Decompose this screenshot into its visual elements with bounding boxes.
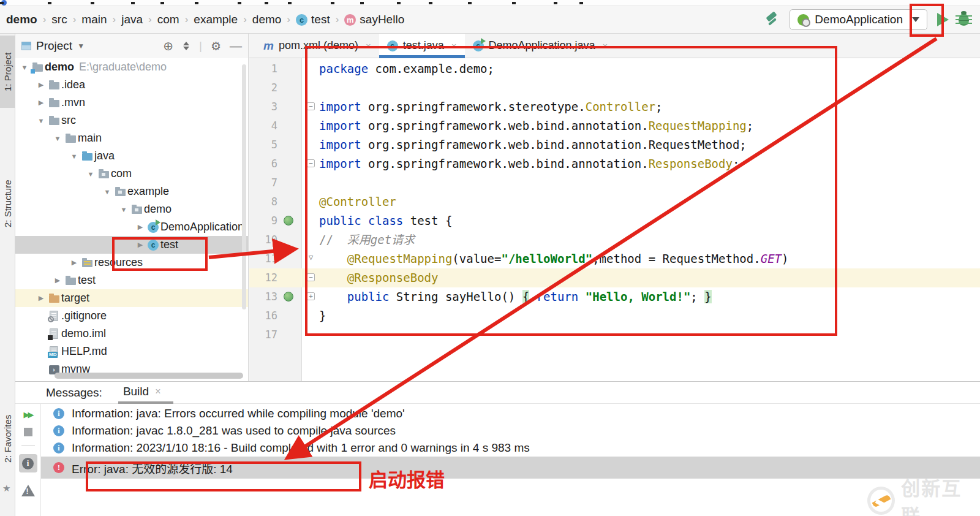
code-line-16[interactable]: 16} [249,306,980,325]
tree-collapse-arrow-icon[interactable]: ▶ [135,241,146,249]
stop-icon[interactable] [24,428,32,436]
breadcrumb-item-main[interactable]: main [79,12,109,28]
tree-collapse-arrow-icon[interactable]: ▶ [36,294,47,302]
message-row-info[interactable]: iInformation: javac 1.8.0_281 was used t… [41,422,980,439]
tree-item-idea[interactable]: ▶.idea [15,76,248,94]
tree-item-target[interactable]: ▶target [15,289,248,307]
tree-collapse-arrow-icon[interactable]: ▶ [135,223,146,231]
tree-item-demo[interactable]: ▼demoE:\graduate\demo [15,58,248,76]
breadcrumb-item-sayHello[interactable]: msayHello [342,12,407,28]
tree-expand-arrow-icon[interactable]: ▼ [36,117,47,124]
editor-area: mpom.xml (demo)×ctest.java×cDemoApplicat… [249,34,980,381]
tree-item-java[interactable]: ▼java [15,147,248,165]
tree-item-HELP.md[interactable]: MDHELP.md [15,343,248,360]
breadcrumb-item-test[interactable]: ctest [293,12,333,28]
message-row-error[interactable]: !Error: java: 无效的源发行版: 14 [41,457,980,479]
code-line-11[interactable]: 11▽ @RequestMapping(value="/helloWorld",… [249,249,980,268]
tree-item-test[interactable]: ▶test [15,271,248,289]
breadcrumb-item-src[interactable]: src [49,12,69,28]
settings-gear-icon[interactable]: ⚙ [211,39,221,53]
code-line-5[interactable]: 5import org.springframework.web.bind.ann… [249,135,980,154]
vertical-scrollbar[interactable] [242,64,246,309]
breadcrumb-item-demo[interactable]: demo [4,12,40,28]
tree-expand-arrow-icon[interactable]: ▼ [102,188,113,195]
debug-button[interactable] [959,13,969,26]
show-info-toggle[interactable]: i [19,454,37,472]
tree-item-example[interactable]: ▼example [15,183,248,200]
tree-item-src[interactable]: ▼src [15,112,248,129]
build-hammer-icon[interactable] [764,12,780,27]
tree-expand-arrow-icon[interactable]: ▼ [19,64,30,71]
tree-expand-arrow-icon[interactable]: ▼ [118,206,129,213]
fold-marker-icon[interactable]: − [307,273,315,281]
tree-item-demo.iml[interactable]: demo.iml [15,325,248,343]
code-line-6[interactable]: 6−import org.springframework.web.bind.an… [249,154,980,173]
tab-build[interactable]: Build × [121,385,164,400]
tree-collapse-arrow-icon[interactable]: ▶ [69,259,80,267]
close-icon[interactable]: × [366,40,371,51]
tree-item-resources[interactable]: ▶resources [15,254,248,271]
breadcrumb-item-java[interactable]: java [119,12,145,28]
tree-expand-arrow-icon[interactable]: ▼ [69,153,80,160]
tree-expand-arrow-icon[interactable]: ▼ [85,170,96,178]
code-line-12[interactable]: 12− @ResponseBody [249,268,980,287]
tree-item-main[interactable]: ▼main [15,129,248,147]
breadcrumb-separator: › [148,13,152,26]
spring-bean-icon[interactable] [284,292,293,302]
tree-collapse-arrow-icon[interactable]: ▶ [52,276,63,284]
sidebar-item-favorites[interactable]: 2: Favorites [0,397,15,480]
code-editor[interactable]: 1package com.example.demo;23−import org.… [249,58,980,381]
code-text: package com.example.demo; [319,59,494,78]
tree-item-gitignore[interactable]: .gitignore [15,307,248,325]
tab-test-java[interactable]: ctest.java× [379,34,465,58]
tree-collapse-arrow-icon[interactable]: ▶ [36,81,47,89]
breadcrumb-item-demo[interactable]: demo [250,12,284,28]
show-warnings-toggle[interactable] [19,481,37,499]
run-button[interactable] [937,13,949,26]
tree-item-demo[interactable]: ▼demo [15,200,248,218]
tree-item-DemoApplication[interactable]: ▶cDemoApplication [15,218,248,236]
fold-marker-icon[interactable]: − [307,159,315,167]
info-icon: i [53,425,64,436]
close-icon[interactable]: × [451,40,457,51]
breadcrumb-item-com[interactable]: com [155,12,182,28]
message-row-info[interactable]: iInformation: java: Errors occurred whil… [41,405,980,422]
code-line-7[interactable]: 7 [249,173,980,192]
locate-icon[interactable]: ⊕ [163,39,173,53]
message-row-info[interactable]: iInformation: 2023/1/10 18:16 - Build co… [41,439,980,457]
breadcrumb-item-example[interactable]: example [191,12,240,28]
tree-item-test[interactable]: ▶ctest [15,236,248,254]
tab-pom-xml-demo-[interactable]: mpom.xml (demo)× [255,34,379,58]
close-icon[interactable]: × [603,40,608,51]
run-configuration-select[interactable]: DemoApplication [790,9,927,30]
code-line-3[interactable]: 3−import org.springframework.stereotype.… [249,97,980,116]
code-line-1[interactable]: 1package com.example.demo; [249,59,980,78]
tree-item-mvn[interactable]: ▶.mvn [15,94,248,112]
sidebar-item-structure[interactable]: 2: Structure [0,162,15,245]
divider [21,445,35,446]
sidebar-item-project[interactable]: 1: Project [0,36,15,108]
code-line-10[interactable]: 10// 采用get请求 [249,230,980,249]
code-line-2[interactable]: 2 [249,78,980,97]
spring-bean-icon[interactable] [284,216,293,226]
close-icon[interactable]: × [155,386,160,397]
folder-source-icon [82,153,92,161]
tree-collapse-arrow-icon[interactable]: ▶ [36,99,47,107]
collapse-all-icon[interactable] [182,41,190,51]
code-line-8[interactable]: 8@Controller [249,192,980,211]
code-line-9[interactable]: 9public class test { [249,211,980,230]
hide-panel-icon[interactable]: — [230,39,242,53]
tab-demoapplication-java[interactable]: cDemoApplication.java× [465,34,616,58]
code-line-13[interactable]: 13+ public String sayHello() { return "H… [249,287,980,306]
code-line-17[interactable]: 17 [249,325,980,344]
fold-marker-icon[interactable]: − [307,102,315,110]
tree-item-com[interactable]: ▼com [15,165,248,183]
code-line-4[interactable]: 4import org.springframework.web.bind.ann… [249,116,980,135]
fold-marker-icon[interactable]: + [307,292,315,300]
tree-expand-arrow-icon[interactable]: ▼ [52,135,63,142]
horizontal-scrollbar[interactable] [55,373,243,379]
fold-marker-icon[interactable]: ▽ [307,254,315,262]
rerun-build-icon[interactable]: ▶▶ [24,410,32,419]
chevron-down-icon[interactable]: ▼ [77,42,85,50]
code-token [529,290,536,303]
